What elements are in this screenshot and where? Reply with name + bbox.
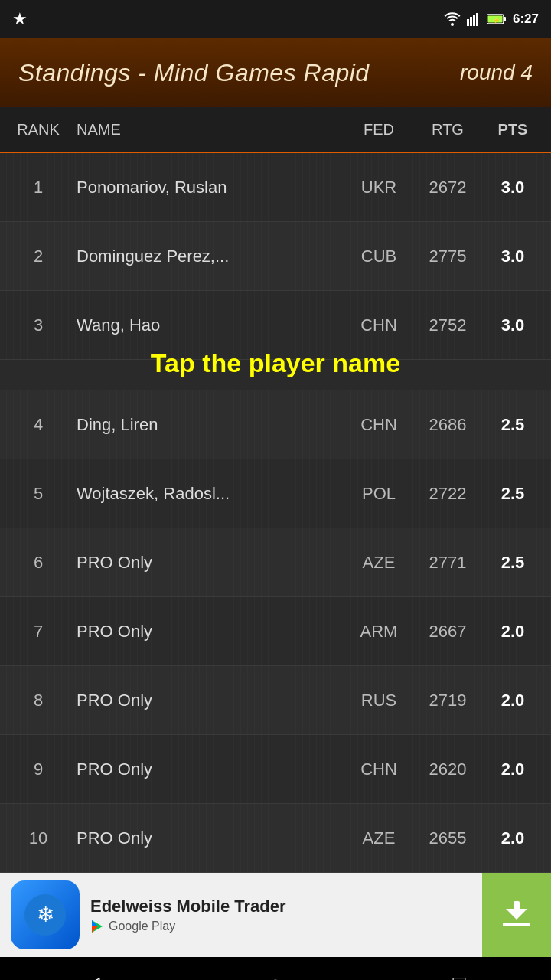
rtg-cell: 2752 (413, 315, 482, 335)
google-play-icon (90, 920, 104, 933)
rank-cell: 8 (8, 691, 69, 710)
ad-store-label: Google Play (90, 920, 482, 933)
page-title: Standings - Mind Games Rapid (18, 59, 370, 87)
status-bar: ★ ⚡ 6:27 (0, 0, 551, 38)
rtg-cell: 2655 (413, 828, 482, 848)
svg-rect-3 (476, 13, 478, 26)
player-name[interactable]: Ponomariov, Ruslan (69, 178, 344, 198)
table-row[interactable]: 8 PRO Only RUS 2719 2.0 (0, 666, 551, 735)
fed-cell: RUS (344, 691, 413, 710)
pts-cell: 2.5 (482, 553, 543, 573)
fed-cell: POL (344, 484, 413, 504)
svg-rect-14 (503, 923, 530, 926)
rank-cell: 4 (8, 415, 69, 435)
col-fed-header: FED (344, 121, 413, 139)
svg-text:⚡: ⚡ (493, 16, 500, 24)
google-play-label: Google Play (109, 920, 175, 933)
wifi-icon (444, 12, 461, 26)
player-name[interactable]: PRO Only (69, 691, 344, 710)
nav-bar: ◁ ○ □ (0, 957, 551, 980)
rtg-cell: 2722 (413, 484, 482, 504)
ad-text-block: Edelweiss Mobile Trader Google Play (90, 897, 482, 933)
player-name[interactable]: Ding, Liren (69, 415, 344, 435)
svg-rect-16 (514, 901, 520, 915)
fed-cell: CHN (344, 315, 413, 335)
table-row[interactable]: 6 PRO Only AZE 2771 2.5 (0, 528, 551, 597)
rank-cell: 6 (8, 553, 69, 573)
table-row[interactable]: 7 PRO Only ARM 2667 2.0 (0, 597, 551, 666)
rank-cell: 10 (8, 828, 69, 848)
svg-rect-2 (473, 15, 475, 26)
svg-rect-5 (504, 17, 506, 21)
table-row[interactable]: 9 PRO Only CHN 2620 2.0 (0, 735, 551, 804)
rtg-cell: 2620 (413, 760, 482, 779)
rtg-cell: 2686 (413, 415, 482, 435)
header: Standings - Mind Games Rapid round 4 (0, 38, 551, 107)
pts-cell: 2.0 (482, 760, 543, 779)
table-row[interactable]: 10 PRO Only AZE 2655 2.0 (0, 804, 551, 873)
pts-cell: 3.0 (482, 178, 543, 198)
ad-download-button[interactable] (482, 873, 551, 957)
pts-cell: 2.0 (482, 691, 543, 710)
fed-cell: AZE (344, 553, 413, 573)
round-label: round 4 (460, 60, 533, 85)
fed-cell: ARM (344, 622, 413, 642)
rank-cell: 5 (8, 484, 69, 504)
status-icons: ⚡ 6:27 (444, 11, 539, 27)
col-pts-header: PTS (482, 121, 543, 139)
pts-cell: 2.5 (482, 415, 543, 435)
table-row[interactable]: 2 Dominguez Perez,... CUB 2775 3.0 (0, 222, 551, 291)
pts-cell: 3.0 (482, 247, 543, 266)
col-name-header: NAME (69, 121, 344, 139)
clock: 6:27 (513, 11, 539, 27)
fed-cell: AZE (344, 828, 413, 848)
player-name[interactable]: PRO Only (69, 828, 344, 848)
rtg-cell: 2667 (413, 622, 482, 642)
player-name[interactable]: PRO Only (69, 760, 344, 779)
rank-cell: 2 (8, 247, 69, 266)
fed-cell: UKR (344, 178, 413, 198)
col-rank-header: RANK (8, 121, 69, 139)
download-icon (498, 897, 535, 933)
svg-text:❄: ❄ (37, 903, 54, 926)
home-button[interactable]: ○ (253, 961, 298, 980)
table-row[interactable]: 4 Ding, Liren CHN 2686 2.5 (0, 390, 551, 459)
table-row[interactable]: 3 Wang, Hao CHN 2752 3.0 Tap the player … (0, 291, 551, 360)
rank-cell: 3 (8, 315, 69, 335)
fed-cell: CUB (344, 247, 413, 266)
notification-icon: ★ (12, 9, 28, 29)
table-row[interactable]: 5 Wojtaszek, Radosl... POL 2722 2.5 (0, 459, 551, 528)
rank-cell: 7 (8, 622, 69, 642)
edelweiss-icon: ❄ (24, 894, 66, 936)
rank-cell: 1 (8, 178, 69, 198)
pts-cell: 2.5 (482, 484, 543, 504)
pts-cell: 3.0 (482, 315, 543, 335)
tap-hint-label: Tap the player name (0, 348, 551, 378)
rtg-cell: 2775 (413, 247, 482, 266)
rtg-cell: 2719 (413, 691, 482, 710)
fed-cell: CHN (344, 760, 413, 779)
player-name[interactable]: Dominguez Perez,... (69, 247, 344, 266)
signal-icon (467, 12, 481, 26)
pts-cell: 2.0 (482, 622, 543, 642)
ad-app-title: Edelweiss Mobile Trader (90, 897, 482, 916)
battery-icon: ⚡ (487, 14, 507, 24)
ad-banner[interactable]: ❄ Edelweiss Mobile Trader Google Play (0, 873, 551, 957)
recents-button[interactable]: □ (436, 961, 482, 980)
svg-rect-0 (467, 19, 469, 26)
player-name[interactable]: Wang, Hao (69, 315, 344, 335)
fed-cell: CHN (344, 415, 413, 435)
player-name[interactable]: PRO Only (69, 622, 344, 642)
rtg-cell: 2672 (413, 178, 482, 198)
table-row[interactable]: 1 Ponomariov, Ruslan UKR 2672 3.0 (0, 153, 551, 222)
back-button[interactable]: ◁ (69, 961, 115, 980)
col-rtg-header: RTG (413, 121, 482, 139)
rank-cell: 9 (8, 760, 69, 779)
svg-rect-1 (470, 17, 472, 26)
column-headers: RANK NAME FED RTG PTS (0, 107, 551, 153)
rtg-cell: 2771 (413, 553, 482, 573)
player-name[interactable]: PRO Only (69, 553, 344, 573)
standings-table: 1 Ponomariov, Ruslan UKR 2672 3.0 2 Domi… (0, 153, 551, 873)
player-name[interactable]: Wojtaszek, Radosl... (69, 484, 344, 504)
pts-cell: 2.0 (482, 828, 543, 848)
